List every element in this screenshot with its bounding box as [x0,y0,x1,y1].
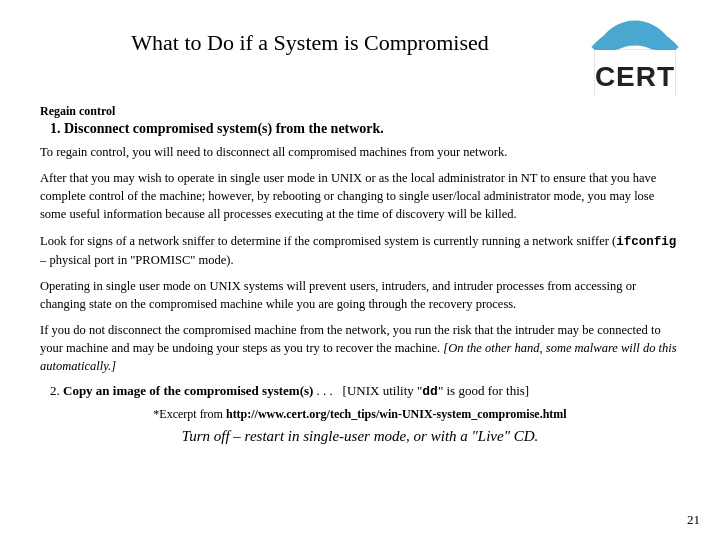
paragraph-3: Look for signs of a network sniffer to d… [40,232,680,269]
step1-heading: 1. Disconnect compromised system(s) from… [40,121,680,137]
para3-bold: ifconfig [616,235,676,249]
paragraph-2: After that you may wish to operate in si… [40,169,680,223]
para3-text2: – physical port in "PROMISC" mode). [40,253,234,267]
paragraph-5: If you do not disconnect the compromised… [40,321,680,375]
para3-text1: Look for signs of a network sniffer to d… [40,234,616,248]
header-row: What to Do if a System is Compromised CE… [40,18,680,98]
step2-dd: dd [422,384,438,399]
step2-line: 2. Copy an image of the compromised syst… [40,383,680,399]
slide-title: What to Do if a System is Compromised [40,26,580,56]
cert-logo: CERT CERT [590,8,680,98]
slide-container: What to Do if a System is Compromised CE… [0,0,720,540]
paragraph-1: To regain control, you will need to disc… [40,143,680,161]
excerpt-line: *Excerpt from http://www.cert.org/tech_t… [40,407,680,422]
regain-label: Regain control [40,104,680,119]
excerpt-prefix: *Excerpt from [153,407,226,421]
page-number: 21 [687,512,700,528]
paragraph-4: Operating in single user mode on UNIX sy… [40,277,680,313]
excerpt-link: http://www.cert.org/tech_tips/win-UNIX-s… [226,407,567,421]
svg-text:CERT: CERT [595,61,675,92]
step2-text1: 2. Copy an image of the compromised syst… [50,383,422,398]
footer-line: Turn off – restart in single-user mode, … [40,428,680,445]
step2-text2: " is good for this] [438,383,529,398]
